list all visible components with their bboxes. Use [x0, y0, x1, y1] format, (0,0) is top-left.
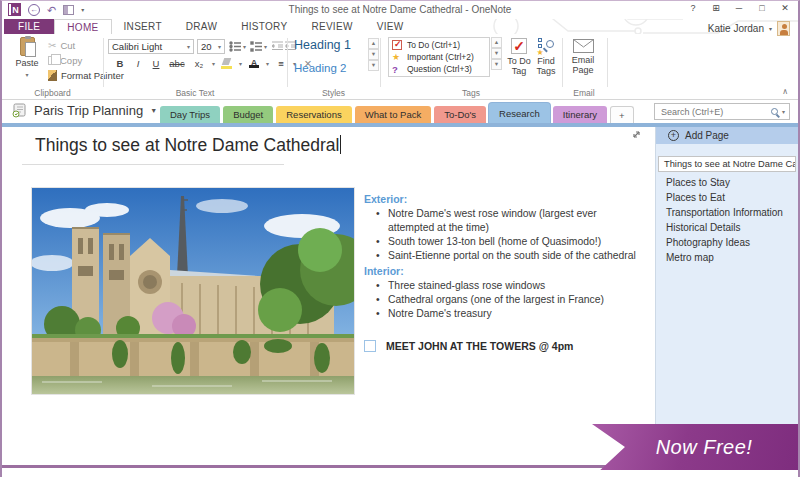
interior-bullet[interactable]: Notre Dame's treasury	[388, 307, 656, 321]
script-caret-icon[interactable]: ▾	[212, 60, 215, 67]
ribbon-tab-view[interactable]: VIEW	[365, 19, 416, 34]
window-control-close[interactable]: ✕	[778, 3, 792, 13]
find-tags-button[interactable]: ★ Find Tags	[533, 38, 559, 76]
exterior-bullet[interactable]: Notre Dame's west rose window (largest e…	[388, 207, 618, 235]
window-control-help[interactable]: ?	[686, 3, 700, 13]
section-tab-reservations[interactable]: Reservations	[276, 106, 351, 123]
window-control-ribbon-display-options[interactable]: ⊞	[709, 3, 723, 13]
expand-page-icon[interactable]	[631, 129, 642, 140]
search-scope-caret-icon[interactable]: ▾	[782, 108, 785, 115]
highlight-caret-icon[interactable]: ▾	[239, 60, 242, 67]
subscript-button[interactable]: x₂	[192, 58, 206, 69]
font-color-button[interactable]: A	[248, 59, 260, 68]
page-item-photography-ideas[interactable]: Photography Ideas	[656, 235, 798, 250]
ribbon-tab-draw[interactable]: DRAW	[174, 19, 229, 34]
tag-icon	[392, 40, 402, 50]
paste-button[interactable]: Paste ▾	[10, 37, 44, 80]
font-color-bar-icon	[249, 65, 259, 68]
page-item-notre-dame[interactable]: Things to see at Notre Dame Cath	[658, 156, 796, 172]
notebook-switcher[interactable]: Paris Trip Planning ▼	[12, 103, 157, 118]
undo-icon[interactable]: ↶	[47, 4, 56, 16]
page-item-historical-details[interactable]: Historical Details	[656, 220, 798, 235]
copy-button[interactable]: Copy	[48, 55, 82, 66]
ribbon-tab-history[interactable]: HISTORY	[229, 19, 299, 34]
font-color-caret-icon[interactable]: ▾	[266, 60, 269, 67]
email-page-button[interactable]: Email Page	[568, 39, 598, 75]
search-box: ▾	[654, 103, 790, 120]
account-menu[interactable]: Katie Jordan ▾	[708, 21, 790, 36]
tags-down-icon[interactable]: ▼	[491, 48, 502, 59]
onenote-window: N ← ↶ ▾ Things to see at Notre Dame Cath…	[0, 0, 800, 477]
todo-checkbox[interactable]	[364, 340, 376, 352]
section-tab-to-dos[interactable]: To-Do's	[434, 106, 486, 123]
qat-customize-caret-icon[interactable]: ▾	[81, 6, 84, 13]
find-tags-icon: ★	[538, 38, 555, 54]
exterior-heading[interactable]: Exterior:	[364, 193, 656, 205]
styles-up-icon[interactable]: ▲	[368, 38, 379, 49]
notre-dame-photo[interactable]	[32, 188, 354, 394]
font-name-combo[interactable]: Calibri Light▾	[108, 39, 194, 54]
italic-button[interactable]: I	[132, 58, 144, 69]
window-control-minimize[interactable]: ─	[732, 3, 746, 13]
numbering-button[interactable]: ▾	[250, 41, 267, 52]
interior-heading[interactable]: Interior:	[364, 265, 656, 277]
style-heading1[interactable]: Heading 1	[294, 38, 366, 52]
search-icon[interactable]	[771, 108, 778, 115]
styles-more-icon[interactable]: ▼	[368, 60, 379, 71]
page-item-places-to-stay[interactable]: Places to Stay	[656, 175, 798, 190]
section-tab-budget[interactable]: Budget	[223, 106, 273, 123]
section-tab-what-to-pack[interactable]: What to Pack	[355, 106, 432, 123]
tags-more-icon[interactable]: ▼	[491, 59, 502, 70]
collapse-ribbon-icon[interactable]: ∧	[782, 87, 788, 96]
page-item-metro-map[interactable]: Metro map	[656, 250, 798, 265]
styles-down-icon[interactable]: ▼	[368, 49, 379, 60]
search-input[interactable]	[659, 106, 767, 118]
todo-text[interactable]: MEET JOHN AT THE TOWERS @ 4pm	[386, 340, 573, 352]
interior-bullet[interactable]: Three stained-glass rose windows	[388, 279, 656, 293]
section-tab-itinerary[interactable]: Itinerary	[553, 106, 607, 123]
decrease-indent-icon	[272, 41, 283, 51]
section-tab-day-trips[interactable]: Day Trips	[160, 106, 220, 123]
tag-item-todo[interactable]: To Do (Ctrl+1)	[392, 40, 486, 50]
account-caret-icon: ▾	[769, 25, 772, 32]
onenote-logo-icon: N	[8, 3, 21, 16]
bullets-button[interactable]: ▾	[229, 41, 246, 52]
font-size-combo[interactable]: 20▾	[197, 39, 225, 54]
to-do-tag-icon: ✓	[511, 38, 527, 54]
paragraph-align-button[interactable]: ≡	[275, 58, 287, 69]
cut-button[interactable]: ✂Cut	[48, 40, 75, 51]
ribbon-tab-review[interactable]: REVIEW	[299, 19, 364, 34]
bold-button[interactable]: B	[114, 58, 126, 69]
add-page-button[interactable]: + Add Page	[656, 127, 798, 144]
tag-item-important[interactable]: Important (Ctrl+2)	[392, 52, 486, 62]
notebook-caret-icon: ▼	[150, 107, 157, 114]
page-item-transportation-information[interactable]: Transportation Information	[656, 205, 798, 220]
window-control-maximize[interactable]: □	[755, 3, 769, 13]
exterior-bullet[interactable]: Saint-Etienne portal on the south side o…	[388, 249, 656, 263]
ribbon-tab-home[interactable]: HOME	[54, 19, 111, 34]
section-tab-research[interactable]: Research	[489, 103, 550, 123]
now-free-banner: Now Free!	[592, 424, 798, 470]
page-title[interactable]: Things to see at Notre Dame Cathedral	[35, 135, 341, 156]
format-painter-button[interactable]: Format Painter	[48, 70, 124, 81]
exterior-bullet[interactable]: South tower 13-ton bell (home of Quasimo…	[388, 235, 656, 249]
dock-to-desktop-icon[interactable]	[63, 5, 74, 15]
back-icon[interactable]: ←	[28, 4, 40, 16]
highlight-button[interactable]	[221, 58, 233, 69]
section-tabs: Day TripsBudgetReservationsWhat to PackT…	[160, 103, 634, 123]
tag-item-question[interactable]: Question (Ctrl+3)	[392, 64, 486, 74]
ribbon: Paste ▾ ✂Cut Copy Format Painter Clipboa…	[2, 34, 798, 100]
page-list: Things to see at Notre Dame CathPlaces t…	[656, 156, 798, 265]
strikethrough-button[interactable]: abc	[168, 58, 186, 69]
style-heading2[interactable]: Heading 2	[294, 62, 366, 74]
section-tab-add-section[interactable]: +	[610, 106, 634, 123]
tags-up-icon[interactable]: ▲	[491, 37, 502, 48]
to-do-tag-button[interactable]: ✓ To Do Tag	[506, 38, 532, 76]
interior-bullet[interactable]: Cathedral organs (one of the largest in …	[388, 293, 656, 307]
underline-button[interactable]: U	[150, 58, 162, 69]
ribbon-tab-insert[interactable]: INSERT	[112, 19, 174, 34]
ribbon-tab-strip: FILEHOMEINSERTDRAWHISTORYREVIEWVIEW	[4, 19, 415, 34]
ribbon-tab-file[interactable]: FILE	[4, 19, 54, 34]
page-item-places-to-eat[interactable]: Places to Eat	[656, 190, 798, 205]
decrease-indent-button[interactable]	[272, 41, 283, 51]
